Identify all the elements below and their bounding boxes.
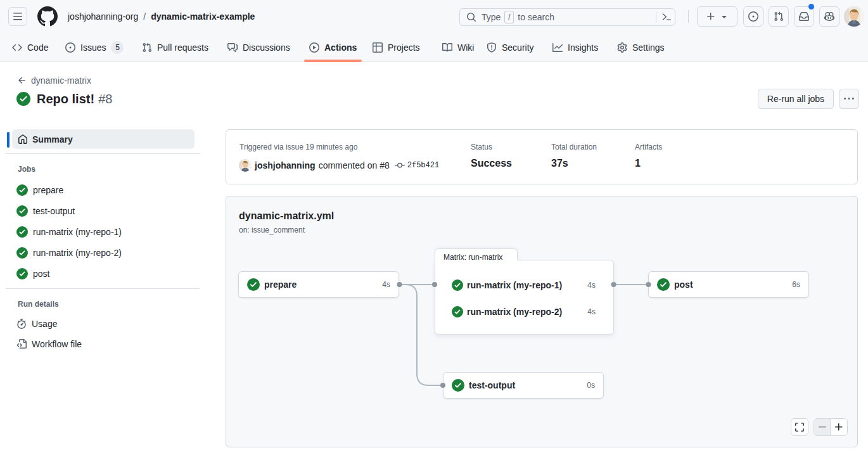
graph-zoom-controls xyxy=(814,418,848,436)
back-to-workflow-link[interactable]: dynamic-matrix xyxy=(17,74,91,87)
job-duration: 6s xyxy=(792,280,800,289)
tab-pull-requests[interactable]: Pull requests xyxy=(137,33,214,61)
job-name: test-output xyxy=(469,380,587,390)
tab-issues[interactable]: Issues5 xyxy=(60,33,129,61)
zoom-out-button[interactable] xyxy=(814,419,831,435)
issue-opened-icon xyxy=(748,11,758,22)
command-palette-icon[interactable] xyxy=(661,12,672,22)
run-name: Repo list! xyxy=(37,92,94,106)
job-duration: 4s xyxy=(587,307,596,316)
trigger-event-text: commented on #8 xyxy=(319,160,390,170)
sidebar-job-prepare[interactable]: prepare xyxy=(16,184,63,196)
issue-opened-icon xyxy=(65,42,75,53)
issues-button[interactable] xyxy=(743,6,763,27)
copilot-button[interactable] xyxy=(819,6,839,27)
repo-nav: Code Issues5 Pull requests Discussions A… xyxy=(0,33,868,61)
inbox-icon xyxy=(799,11,809,22)
breadcrumb-org-link[interactable]: joshjohanning-org xyxy=(68,11,138,22)
sidebar-job-post[interactable]: post xyxy=(16,268,49,279)
breadcrumb-separator: / xyxy=(143,11,146,22)
arrow-left-icon xyxy=(17,75,27,86)
tab-insights[interactable]: Insights xyxy=(547,33,603,61)
graph-node-test-output[interactable]: test-output 0s xyxy=(443,372,604,399)
graph-node-run-matrix-2[interactable]: run-matrix (my-repo-2) 4s xyxy=(435,298,613,325)
avatar-image xyxy=(844,6,864,27)
stat-total-duration: Total duration 37s xyxy=(551,143,597,169)
tab-discussions[interactable]: Discussions xyxy=(222,33,295,61)
table-icon xyxy=(373,42,383,53)
gear-icon xyxy=(617,42,627,53)
check-circle-icon xyxy=(16,268,28,279)
graph-fullscreen-button[interactable] xyxy=(791,418,808,436)
tab-label: Discussions xyxy=(243,42,290,53)
job-name: post xyxy=(674,279,792,290)
run-summary-card: Triggered via issue 19 minutes ago joshj… xyxy=(226,129,858,184)
pull-requests-button[interactable] xyxy=(769,6,789,27)
file-code-icon xyxy=(16,339,27,349)
zoom-in-button[interactable] xyxy=(831,419,847,435)
job-name: run-matrix (my-repo-1) xyxy=(467,280,587,290)
sidebar-divider xyxy=(6,288,200,289)
status-value: Success xyxy=(471,158,512,169)
dash-icon xyxy=(817,422,827,432)
rerun-all-jobs-button[interactable]: Re-run all jobs xyxy=(758,89,834,109)
sidebar-job-label: run-matrix (my-repo-1) xyxy=(33,227,122,237)
sidebar-item-workflow-file[interactable]: Workflow file xyxy=(16,339,82,349)
git-pull-request-icon xyxy=(774,11,784,22)
graph-icon xyxy=(552,42,563,53)
search-placeholder-prefix: Type xyxy=(482,12,501,22)
sidebar-job-test-output[interactable]: test-output xyxy=(16,205,75,217)
unread-notification-dot xyxy=(808,4,814,10)
sidebar-selected-indicator xyxy=(7,132,10,148)
create-new-button[interactable] xyxy=(697,6,737,27)
actor-avatar[interactable] xyxy=(239,159,252,172)
actor-login[interactable]: joshjohanning xyxy=(255,160,316,170)
commit-sha-link[interactable]: 2f5b421 xyxy=(407,161,439,170)
sidebar-item-label: Usage xyxy=(32,319,57,329)
tab-wiki[interactable]: Wiki xyxy=(437,33,479,61)
tab-settings[interactable]: Settings xyxy=(612,33,670,61)
search-divider xyxy=(656,11,656,23)
home-icon xyxy=(18,134,28,144)
breadcrumb-repo-link[interactable]: dynamic-matrix-example xyxy=(151,11,255,22)
global-menu-button[interactable] xyxy=(8,7,27,26)
tab-actions[interactable]: Actions xyxy=(304,33,362,61)
app-header: joshjohanning-org / dynamic-matrix-examp… xyxy=(0,0,868,61)
job-name: run-matrix (my-repo-2) xyxy=(467,307,587,317)
matrix-group-box: run-matrix (my-repo-1) 4s run-matrix (my… xyxy=(435,260,614,335)
tab-projects[interactable]: Projects xyxy=(367,33,425,61)
run-title: Repo list! #8 xyxy=(16,91,112,106)
sidebar-job-run-matrix-1[interactable]: run-matrix (my-repo-1) xyxy=(16,226,122,238)
github-logo[interactable] xyxy=(37,6,58,27)
code-icon xyxy=(12,42,22,53)
kebab-horizontal-icon xyxy=(844,94,854,104)
tab-label: Actions xyxy=(324,42,357,53)
check-circle-icon xyxy=(452,379,464,392)
sidebar-item-usage[interactable]: Usage xyxy=(16,319,57,329)
check-circle-icon xyxy=(16,226,28,238)
tab-label: Insights xyxy=(568,42,598,53)
sidebar-job-run-matrix-2[interactable]: run-matrix (my-repo-2) xyxy=(16,247,122,259)
stat-status: Status Success xyxy=(471,143,512,169)
screen-full-icon xyxy=(795,422,805,432)
github-mark-icon xyxy=(37,6,58,27)
graph-node-prepare[interactable]: prepare 4s xyxy=(238,271,399,298)
check-circle-icon xyxy=(16,92,30,106)
graph-node-run-matrix-1[interactable]: run-matrix (my-repo-1) 4s xyxy=(435,272,613,298)
job-duration: 4s xyxy=(587,281,596,290)
sidebar-run-details-header: Run details xyxy=(18,300,59,309)
sidebar-job-label: run-matrix (my-repo-2) xyxy=(33,248,122,258)
tab-code[interactable]: Code xyxy=(7,33,53,61)
graph-node-post[interactable]: post 6s xyxy=(648,271,809,298)
run-options-button[interactable] xyxy=(839,89,859,109)
stat-label: Artifacts xyxy=(635,143,662,151)
check-circle-icon xyxy=(247,278,260,291)
trigger-label: Triggered via issue 19 minutes ago xyxy=(239,143,357,151)
tab-security[interactable]: Security xyxy=(482,33,539,61)
check-circle-icon xyxy=(16,247,28,259)
sidebar-job-label: test-output xyxy=(33,206,75,216)
user-avatar[interactable] xyxy=(844,6,864,27)
shield-icon xyxy=(487,42,497,53)
sidebar-item-summary[interactable]: Summary xyxy=(12,129,195,149)
search-input[interactable]: Type / to search xyxy=(459,8,675,26)
